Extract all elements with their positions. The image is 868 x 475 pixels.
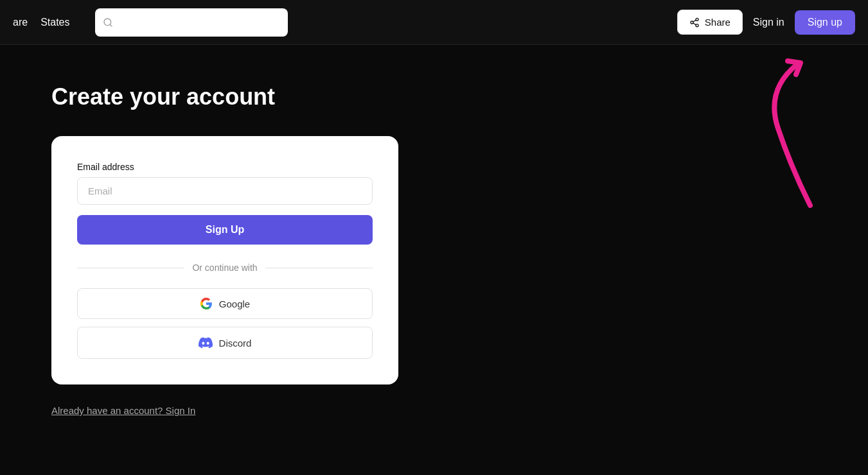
nav-share[interactable]: are (13, 17, 28, 28)
svg-line-1 (111, 24, 112, 26)
google-button[interactable]: Google (77, 288, 373, 319)
sign-up-button[interactable]: Sign up (795, 10, 855, 35)
google-icon (200, 297, 213, 310)
sign-in-button[interactable]: Sign in (753, 17, 784, 28)
search-container (95, 8, 288, 37)
svg-line-6 (693, 20, 696, 22)
header: are States Share Sign in Sign up (0, 0, 868, 45)
header-right: Share Sign in Sign up (677, 10, 855, 35)
divider-text: Or continue with (192, 263, 257, 273)
email-label: Email address (77, 162, 373, 172)
discord-button-label: Discord (219, 338, 252, 349)
divider-line-right (265, 268, 373, 268)
main-content: Create your account Email address Sign U… (0, 45, 868, 454)
nav-states[interactable]: States (40, 17, 69, 28)
share-icon (689, 17, 700, 28)
svg-line-5 (693, 23, 696, 25)
already-account-link[interactable]: Already have an account? Sign In (51, 405, 195, 416)
discord-button[interactable]: Discord (77, 327, 373, 359)
divider-line-left (77, 268, 184, 268)
email-input[interactable] (77, 177, 373, 205)
google-button-label: Google (219, 298, 250, 309)
form-card: Email address Sign Up Or continue with G… (51, 136, 398, 384)
header-left: are States (13, 17, 69, 28)
divider-row: Or continue with (77, 263, 373, 273)
search-input[interactable] (118, 17, 280, 28)
signup-button[interactable]: Sign Up (77, 215, 373, 245)
page-title: Create your account (51, 83, 275, 110)
search-icon (103, 17, 113, 28)
share-button-label: Share (705, 17, 731, 28)
arrow-annotation (727, 51, 829, 218)
discord-icon (199, 336, 213, 350)
share-button[interactable]: Share (677, 10, 743, 35)
